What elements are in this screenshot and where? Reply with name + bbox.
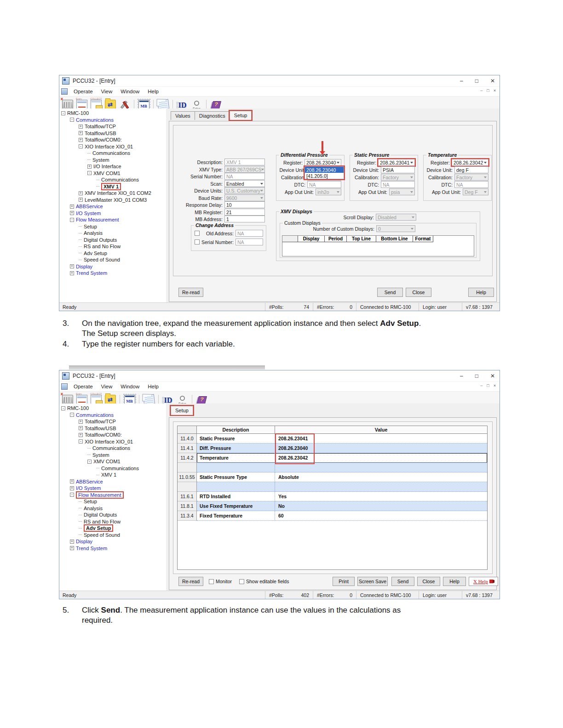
tree-toggle-icon[interactable]: +	[70, 211, 74, 215]
tree-item-system[interactable]: System	[59, 157, 166, 164]
close-button[interactable]: ✕	[490, 373, 495, 379]
tree-item-communications[interactable]: Communications	[59, 176, 166, 183]
table-row-fixed-temperature[interactable]: 11.3.4Fixed Temperature60	[178, 511, 487, 521]
mb-icon[interactable]	[123, 392, 136, 404]
old-address-checkbox[interactable]	[195, 231, 200, 236]
tree-item-totalflow-tcp[interactable]: +Totalflow/TCP	[59, 418, 166, 425]
calibrate-icon[interactable]	[157, 97, 169, 109]
register-dropdown[interactable]: 208.26.23040	[304, 159, 341, 166]
tree-item-i-o-system[interactable]: +I/O System	[59, 210, 166, 217]
collect-icon[interactable]: COLLECT	[90, 392, 102, 404]
help-button[interactable]: Help	[468, 288, 494, 297]
id-icon[interactable]	[162, 392, 174, 404]
dtc-field[interactable]: NA	[454, 181, 488, 188]
tab-setup[interactable]: Setup	[230, 111, 252, 120]
table-row-diff-pressure[interactable]: 11.4.1Diff. Pressure208.26.23040	[178, 444, 487, 453]
tree-item-setup[interactable]: Setup	[59, 223, 166, 230]
send-button[interactable]: Send	[391, 577, 414, 586]
serial-number-field[interactable]: NA	[236, 239, 263, 245]
xmv-type-dropdown[interactable]: ABB 267/269CS	[224, 166, 265, 173]
device-units-dropdown[interactable]: U.S. Customary	[224, 187, 265, 194]
tree-item-xmv-com1[interactable]: -XMV COM1	[59, 170, 166, 177]
cell-value[interactable]: 208.26.23042	[275, 453, 487, 463]
tree-item-rmc-100[interactable]: -RMC-100	[59, 110, 166, 117]
mdi-close-button[interactable]: ×	[494, 88, 496, 93]
tree-toggle-icon[interactable]: +	[79, 198, 83, 202]
screen-save-button[interactable]: Screen Save	[357, 577, 388, 586]
tree-item-communications[interactable]: -Communications	[59, 412, 166, 419]
mdi-close-button[interactable]: ×	[494, 383, 496, 388]
tree-toggle-icon[interactable]: +	[87, 165, 92, 169]
tree-toggle-icon[interactable]: +	[79, 433, 83, 437]
tree-toggle-icon[interactable]: -	[70, 413, 74, 417]
menu-view[interactable]: View	[97, 89, 117, 94]
app-out-unit-dropdown[interactable]: Deg F	[463, 188, 488, 195]
table-row[interactable]	[178, 482, 487, 492]
tree-item-analysis[interactable]: Analysis	[59, 505, 166, 512]
tree-item-totalflow-usb[interactable]: +Totalflow/USB	[59, 130, 166, 137]
menu-help[interactable]: Help	[144, 89, 163, 94]
help-book-icon[interactable]	[195, 392, 208, 404]
device-unit-field[interactable]: PSIA	[381, 166, 415, 173]
tree-item-rmc-100[interactable]: -RMC-100	[59, 405, 166, 412]
cell-value[interactable]: Yes	[275, 492, 487, 501]
dtc-field[interactable]: NA	[381, 181, 415, 188]
tree-toggle-icon[interactable]: -	[70, 118, 74, 122]
tree-item-levelmaster-xio-01-com3[interactable]: +LevelMaster XIO_01 COM3	[59, 197, 166, 204]
setup-icon[interactable]	[190, 97, 203, 109]
re-read-button[interactable]: Re-read	[178, 577, 203, 586]
tree-toggle-icon[interactable]: +	[70, 486, 74, 490]
tree-toggle-icon[interactable]: +	[79, 138, 83, 142]
tree-toggle-icon[interactable]: +	[70, 479, 74, 483]
baud-rate-dropdown[interactable]: 9600	[224, 194, 265, 201]
tree-toggle-icon[interactable]: +	[79, 131, 83, 135]
tree-toggle-icon[interactable]: +	[70, 264, 74, 268]
tree-item-adv-setup[interactable]: Adv Setup	[59, 525, 166, 532]
tools-icon[interactable]	[118, 97, 131, 109]
tree-item-i-o-interface[interactable]: +I/O Interface	[59, 163, 166, 170]
monitor-checkbox[interactable]	[209, 579, 214, 584]
tree-item-system[interactable]: System	[59, 452, 166, 459]
cell-value[interactable]: 60	[275, 511, 487, 521]
tree-toggle-icon[interactable]: -	[79, 439, 83, 444]
tree-item-communications[interactable]: Communications	[59, 445, 166, 452]
tree-item-communications[interactable]: Communications	[59, 150, 166, 157]
print-button[interactable]: Print	[333, 577, 355, 586]
tree-toggle-icon[interactable]: +	[79, 420, 83, 424]
cell-value[interactable]	[275, 463, 487, 472]
mb-address-field[interactable]: 1	[224, 216, 265, 222]
tree-item-speed-of-sound[interactable]: Speed of Sound	[59, 532, 166, 539]
register-dropdown[interactable]: 208.26.23042	[452, 159, 488, 166]
serial-number-field[interactable]: NA	[224, 173, 265, 180]
tree-item-xmv-interface-xio-01-com2[interactable]: +XMV Interface XIO_01 COM2	[59, 190, 166, 197]
tree-item-digital-outputs[interactable]: Digital Outputs	[59, 512, 166, 518]
mdi-restore-button[interactable]: □	[487, 88, 489, 93]
tree-item-analysis[interactable]: Analysis	[59, 230, 166, 237]
tree-item-xmv-1[interactable]: XMV 1	[59, 183, 166, 190]
menu-window[interactable]: Window	[116, 89, 144, 94]
entry-icon[interactable]: Entry	[75, 97, 88, 109]
tree-item-rs-and-no-flow[interactable]: RS and No Flow	[59, 243, 166, 250]
x-help-button[interactable]: X Help	[469, 577, 498, 586]
tree-item-trend-system[interactable]: +Trend System	[59, 545, 166, 552]
scan-dropdown[interactable]: Enabled	[224, 180, 265, 187]
entry-icon[interactable]: Entry	[75, 392, 88, 404]
tree-item-display[interactable]: +Display	[59, 263, 166, 270]
tree-item-abbservice[interactable]: +ABBService	[59, 478, 166, 485]
cell-value[interactable]: 208.26.23040	[275, 444, 487, 453]
tree-toggle-icon[interactable]: +	[70, 546, 74, 550]
tree-item-totalflow-tcp[interactable]: +Totalflow/TCP	[59, 123, 166, 130]
menu-help[interactable]: Help	[144, 384, 163, 389]
tab-setup[interactable]: Setup	[171, 406, 193, 415]
serial-number-checkbox[interactable]	[195, 239, 200, 245]
tree-item-adv-setup[interactable]: Adv Setup	[59, 250, 166, 257]
disconnect-icon[interactable]	[61, 97, 74, 109]
tree-item-totalflow-com0[interactable]: +Totalflow/COM0:	[59, 136, 166, 143]
app-out-unit-dropdown[interactable]: inh2o	[316, 188, 341, 195]
response-delay-field[interactable]: 10	[224, 201, 265, 208]
app-out-unit-dropdown[interactable]: psia	[389, 188, 415, 195]
calibration-dropdown[interactable]: Factory	[381, 174, 415, 181]
tree-item-abbservice[interactable]: +ABBService	[59, 203, 166, 210]
transfer-icon[interactable]	[104, 97, 116, 109]
minimize-button[interactable]: –	[460, 78, 463, 84]
